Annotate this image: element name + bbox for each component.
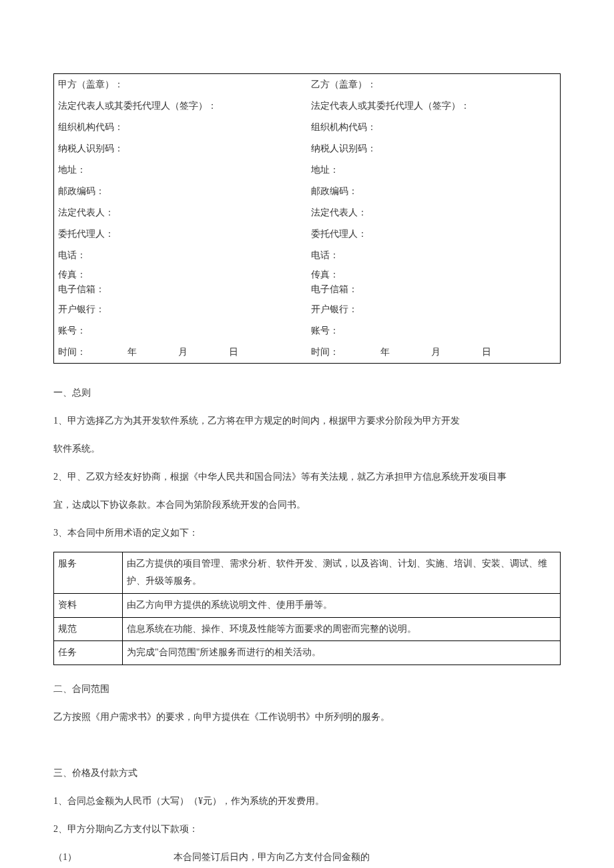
term-service-name: 服务 — [54, 552, 123, 593]
section2-heading: 二、合同范围 — [53, 680, 561, 699]
section1-p1b: 软件系统。 — [53, 440, 561, 458]
section1-p2b: 宜，达成以下协议条款。本合同为第阶段系统开发的合同书。 — [53, 496, 561, 514]
party-b-postal: 邮政编码： — [307, 181, 561, 202]
party-a-header: 甲方（盖章）： — [54, 74, 308, 96]
party-b-day: 日 — [482, 343, 491, 362]
party-b-account: 账号： — [307, 320, 561, 342]
terms-row-material: 资料 由乙方向甲方提供的系统说明文件、使用手册等。 — [54, 593, 561, 617]
party-info-table: 甲方（盖章）： 乙方（盖章）： 法定代表人或其委托代理人（签字）： 法定代表人或… — [53, 73, 561, 364]
party-b-time-label: 时间： — [311, 343, 339, 362]
terms-row-service: 服务 由乙方提供的项目管理、需求分析、软件开发、测试，以及咨询、计划、实施、培训… — [54, 552, 561, 593]
party-b-legal-agent: 法定代表人或其委托代理人（签字）： — [307, 95, 561, 117]
party-b-legal-rep: 法定代表人： — [307, 202, 561, 224]
party-a-legal-rep: 法定代表人： — [54, 202, 308, 224]
party-a-postal: 邮政编码： — [54, 181, 308, 202]
party-a-fax: 传真： — [58, 268, 303, 282]
section3-heading: 三、价格及付款方式 — [53, 764, 561, 783]
section3-p3-text: 本合同签订后日内，甲方向乙方支付合同金额的 — [174, 852, 370, 862]
term-task-name: 任务 — [54, 641, 123, 665]
section2-p1: 乙方按照《用户需求书》的要求，向甲方提供在《工作说明书》中所列明的服务。 — [53, 708, 561, 727]
party-b-agent: 委托代理人： — [307, 224, 561, 245]
party-b-date-row: 时间：年月日 — [307, 342, 561, 364]
party-a-tel: 电话： — [54, 245, 308, 266]
party-b-fax: 传真： — [311, 268, 556, 282]
party-a-account: 账号： — [54, 320, 308, 342]
party-a-month: 月 — [178, 343, 188, 362]
term-task-desc: 为完成"合同范围"所述服务而进行的相关活动。 — [123, 641, 561, 665]
party-a-date-row: 时间：年月日 — [54, 342, 308, 364]
section3-payment-1: （1）本合同签订后日内，甲方向乙方支付合同金额的 — [53, 848, 561, 867]
section3-p1: 1、合同总金额为人民币（大写）（¥元），作为系统的开发费用。 — [53, 792, 561, 811]
terms-row-task: 任务 为完成"合同范围"所述服务而进行的相关活动。 — [54, 641, 561, 665]
term-service-desc: 由乙方提供的项目管理、需求分析、软件开发、测试，以及咨询、计划、实施、培训、安装… — [123, 552, 561, 593]
party-b-year: 年 — [380, 343, 390, 362]
party-a-legal-agent: 法定代表人或其委托代理人（签字）： — [54, 95, 308, 117]
section1-p3: 3、本合同中所用术语的定义如下： — [53, 524, 561, 542]
party-b-org-code: 组织机构代码： — [307, 117, 561, 138]
party-b-bank: 开户银行： — [307, 299, 561, 320]
party-a-time-label: 时间： — [58, 343, 86, 362]
section3-p3-num: （1） — [53, 848, 174, 867]
term-spec-desc: 信息系统在功能、操作、环境及性能等方面要求的周密而完整的说明。 — [123, 617, 561, 641]
party-a-tax-id: 纳税人识别码： — [54, 138, 308, 159]
term-material-desc: 由乙方向甲方提供的系统说明文件、使用手册等。 — [123, 593, 561, 617]
party-a-day: 日 — [229, 343, 238, 362]
section1-p1a: 1、甲方选择乙方为其开发软件系统，乙方将在甲方规定的时间内，根据甲方要求分阶段为… — [53, 412, 561, 430]
party-a-agent: 委托代理人： — [54, 224, 308, 245]
party-b-address: 地址： — [307, 159, 561, 181]
party-a-address: 地址： — [54, 159, 308, 181]
term-spec-name: 规范 — [54, 617, 123, 641]
terms-table: 服务 由乙方提供的项目管理、需求分析、软件开发、测试，以及咨询、计划、实施、培训… — [53, 552, 561, 665]
section1-heading: 一、总则 — [53, 384, 561, 402]
party-a-org-code: 组织机构代码： — [54, 117, 308, 138]
party-b-tax-id: 纳税人识别码： — [307, 138, 561, 159]
term-material-name: 资料 — [54, 593, 123, 617]
section1-p2a: 2、甲、乙双方经友好协商，根据《中华人民共和国合同法》等有关法规，就乙方承担甲方… — [53, 468, 561, 486]
section3-p2: 2、甲方分期向乙方支付以下款项： — [53, 820, 561, 839]
party-b-tel: 电话： — [307, 245, 561, 266]
party-b-email: 电子信箱： — [311, 282, 556, 297]
party-a-email: 电子信箱： — [58, 282, 303, 297]
party-a-year: 年 — [127, 343, 137, 362]
party-b-month: 月 — [431, 343, 440, 362]
party-a-bank: 开户银行： — [54, 299, 308, 320]
terms-row-spec: 规范 信息系统在功能、操作、环境及性能等方面要求的周密而完整的说明。 — [54, 617, 561, 641]
party-b-header: 乙方（盖章）： — [307, 74, 561, 96]
